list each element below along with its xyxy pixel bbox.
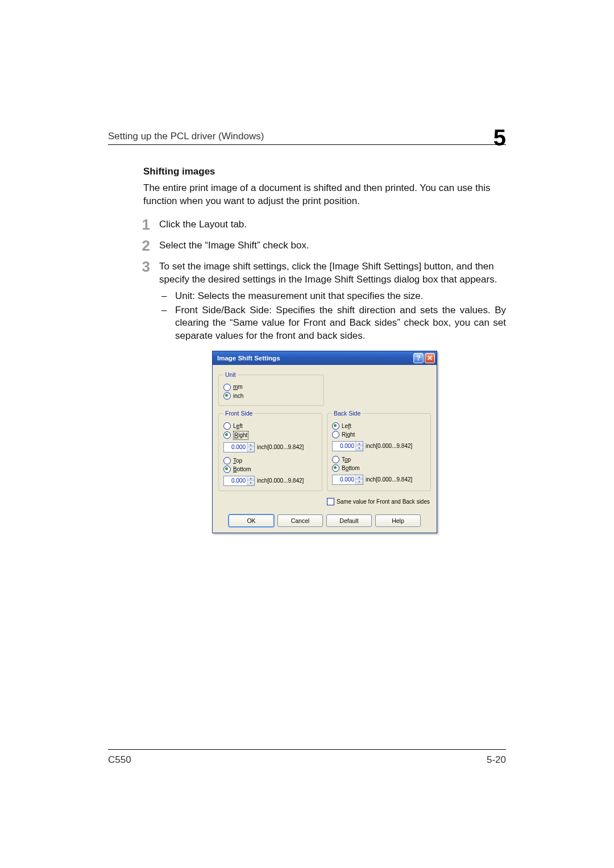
back-horiz-spinner[interactable]: ▲▼ [332, 441, 363, 451]
spin-down-icon[interactable]: ▼ [247, 447, 254, 452]
back-horiz-input[interactable] [333, 442, 355, 451]
unit-mm-radio[interactable]: mmmm [223, 383, 319, 391]
unit-inch-radio[interactable]: inch [223, 392, 319, 400]
step-2: 2 Select the “Image Shift” check box. [143, 239, 506, 252]
front-horiz-spin-row: ▲▼ inch[0.000...9.842] [223, 442, 317, 452]
range-label: inch[0.000...9.842] [257, 443, 304, 451]
back-bottom-radio[interactable]: Bottom Bottom [332, 464, 426, 472]
range-label: inch[0.000...9.842] [366, 442, 412, 450]
back-right-radio[interactable]: Right Right [332, 431, 426, 439]
front-horiz-spinner[interactable]: ▲▼ [223, 442, 255, 452]
running-header-title: Setting up the PCL driver (Windows) [108, 131, 264, 142]
radio-icon [332, 456, 339, 463]
front-side-group: Front Side Left Left Right Right [218, 409, 322, 491]
range-label: inch[0.000...9.842] [366, 476, 412, 484]
checkbox-icon [327, 498, 334, 505]
running-header: Setting up the PCL driver (Windows) 5 [108, 119, 506, 145]
step-number: 2 [127, 236, 150, 256]
back-top-radio[interactable]: Top Top [332, 456, 426, 464]
dialog-body: Unit mmmm inch Front Side [213, 365, 437, 514]
spin-up-icon[interactable]: ▲ [356, 475, 363, 480]
default-button[interactable]: DefaultDefault [326, 514, 372, 527]
back-left-radio[interactable]: Left Left [332, 422, 426, 430]
footer-page-number: 5-20 [487, 754, 506, 766]
range-label: inch[0.000...9.842] [257, 477, 304, 485]
back-side-group: Back Side Left Left Right Right [327, 409, 431, 491]
front-bottom-radio[interactable]: Bottom Bottom [223, 466, 317, 474]
step-text: Select the “Image Shift” check box. [159, 240, 309, 251]
unit-group: Unit mmmm inch [218, 371, 324, 406]
titlebar-close-button[interactable]: ✕ [425, 353, 435, 363]
unit-legend: Unit [223, 371, 238, 379]
front-vert-input[interactable] [224, 476, 247, 485]
back-vert-spinner[interactable]: ▲▼ [332, 475, 363, 485]
footer-model: C550 [108, 754, 131, 766]
front-legend: Front Side [223, 409, 254, 417]
front-vert-spinner[interactable]: ▲▼ [223, 476, 255, 486]
dialog-titlebar[interactable]: Image Shift Settings ? ✕ [213, 351, 437, 365]
same-value-checkbox[interactable]: Same value for Front and Back sides Same… [218, 498, 430, 506]
image-shift-settings-dialog: Image Shift Settings ? ✕ Unit mmmm [212, 351, 437, 533]
step-number: 3 [127, 257, 150, 277]
radio-icon [332, 422, 339, 430]
spin-down-icon[interactable]: ▼ [247, 481, 254, 485]
ok-button[interactable]: OK [229, 514, 274, 527]
radio-icon [223, 422, 231, 430]
dialog-button-row: OK Cancel DefaultDefault HelpHelp [213, 514, 437, 533]
step-text: Click the Layout tab. [159, 219, 247, 230]
radio-icon [332, 431, 339, 438]
spin-up-icon[interactable]: ▲ [247, 443, 254, 448]
spin-down-icon[interactable]: ▼ [356, 446, 363, 451]
cancel-button[interactable]: Cancel [277, 514, 323, 527]
front-right-radio[interactable]: Right Right [223, 431, 317, 440]
page: Setting up the PCL driver (Windows) 5 Sh… [0, 0, 614, 868]
page-footer: C550 5-20 [108, 749, 506, 766]
section-heading: Shifting images [143, 165, 506, 178]
spin-up-icon[interactable]: ▲ [247, 476, 254, 481]
content-body: Shifting images The entire print image o… [143, 165, 506, 533]
radio-icon [223, 392, 231, 400]
back-vert-spin-row: ▲▼ inch[0.000...9.842] [332, 475, 426, 485]
step-text: To set the image shift settings, click t… [159, 261, 497, 285]
sub-bullet: –Unit: Selects the measurement unit that… [159, 290, 506, 303]
back-vert-input[interactable] [333, 475, 355, 484]
front-horiz-input[interactable] [224, 443, 247, 452]
back-legend: Back Side [332, 409, 362, 417]
radio-icon [223, 431, 231, 439]
section-intro: The entire print image of a document is … [143, 182, 506, 208]
front-top-radio[interactable]: Top Top [223, 457, 317, 465]
sub-bullet-list: –Unit: Selects the measurement unit that… [159, 290, 506, 343]
step-number: 1 [127, 215, 150, 235]
help-button[interactable]: HelpHelp [375, 514, 421, 527]
radio-icon [223, 384, 231, 391]
radio-icon [223, 457, 231, 464]
sub-bullet: –Front Side/Back Side: Specifies the shi… [159, 304, 506, 343]
spin-up-icon[interactable]: ▲ [356, 442, 363, 447]
step-3: 3 To set the image shift settings, click… [143, 260, 506, 343]
spin-down-icon[interactable]: ▼ [356, 480, 363, 484]
titlebar-help-button[interactable]: ? [413, 353, 424, 363]
front-left-radio[interactable]: Left Left [223, 422, 317, 430]
dialog-screenshot: Image Shift Settings ? ✕ Unit mmmm [143, 351, 506, 533]
front-vert-spin-row: ▲▼ inch[0.000...9.842] [223, 476, 317, 486]
radio-icon [223, 466, 231, 473]
chapter-number: 5 [493, 126, 506, 149]
back-horiz-spin-row: ▲▼ inch[0.000...9.842] [332, 441, 426, 451]
step-list: 1 Click the Layout tab. 2 Select the “Im… [143, 218, 506, 343]
radio-icon [332, 464, 339, 472]
step-1: 1 Click the Layout tab. [143, 218, 506, 231]
dialog-title: Image Shift Settings [217, 354, 280, 363]
